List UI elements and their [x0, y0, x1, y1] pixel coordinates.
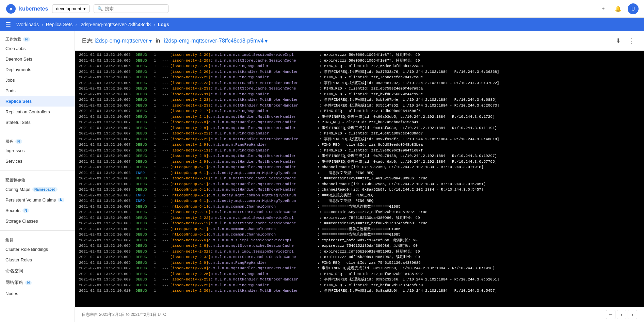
log-level: DEBUG	[133, 238, 154, 243]
config-maps-badge: Namespaced	[32, 187, 58, 192]
log-timestamp: 2021-02-01 13:52:10.607	[79, 159, 133, 165]
add-button[interactable]: +	[598, 3, 609, 14]
log-sep: ---	[162, 97, 169, 103]
sidebar-item-secrets[interactable]: Secrets N	[0, 205, 75, 216]
log-message: : 事件PINGREQ,处理完成[id: 0x37533a76, L:/10.2…	[320, 69, 499, 75]
namespace-selector[interactable]: development ▾	[52, 4, 89, 13]
log-class: c.m.l.n.m.m.PingRegHandler	[211, 108, 320, 114]
sidebar-item-replica-sets[interactable]: Replica Sets	[0, 96, 75, 107]
first-page-button[interactable]: ⊢	[606, 310, 615, 319]
sidebar-item-deployments[interactable]: Deployments	[0, 64, 75, 75]
pod-name-dropdown[interactable]: i2dsp-emg-mqttserver ▾	[95, 38, 152, 44]
more-options-button[interactable]: ⋮	[626, 35, 637, 46]
log-thread: [ntLoopGroup-6-1]	[170, 193, 208, 198]
top-bar-icons: + 🔔 U	[598, 3, 639, 14]
sep-3: ›	[154, 22, 155, 27]
prev-page-button[interactable]: ‹	[617, 310, 626, 319]
log-sep: ---	[162, 176, 169, 181]
sidebar-item-pvc[interactable]: Persistent Volume Claims N	[0, 195, 75, 205]
sidebar-item-cron-jobs[interactable]: Cron Jobs	[0, 43, 75, 54]
log-timestamp: 2021-02-01 13:52:10.609	[79, 265, 133, 271]
log-level: DEBUG	[133, 209, 154, 215]
log-num: 1	[154, 108, 161, 114]
log-sep: ---	[162, 131, 169, 136]
breadcrumb-replica-sets[interactable]: Replica Sets	[46, 22, 73, 27]
log-message: : ===containsKey===zzz_7546152130da43809…	[320, 176, 428, 181]
log-class: c.m.l.n.m.mqttHandler.MqttBrokerHandler	[211, 69, 320, 75]
log-message: : ===消息报文类型: PING_REQ	[317, 193, 373, 198]
sidebar-item-daemon-sets[interactable]: Daemon Sets	[0, 54, 75, 64]
log-num: 1	[154, 58, 161, 64]
sidebar-item-storage-classes[interactable]: Storage Classes	[0, 216, 75, 226]
sidebar-section-cluster: 集群 Cluster Role Bindings Cluster Roles 命…	[0, 232, 75, 302]
log-timestamp: 2021-02-01 13:52:10.607	[79, 114, 133, 120]
log-num: 1	[154, 75, 161, 80]
sidebar-item-stateful-sets[interactable]: Stateful Sets	[0, 117, 75, 128]
avatar[interactable]: U	[628, 3, 639, 14]
log-title: 日志 i2dsp-emg-mqttserver ▾ in i2dsp-emg-m…	[82, 37, 610, 45]
log-timestamp: 2021-02-01 13:52:10.608	[79, 187, 133, 193]
sep-2: ›	[75, 22, 77, 27]
notifications-button[interactable]: 🔔	[613, 3, 624, 14]
top-bar: ⎈ kubernetes development ▾ 🔍 + 🔔 U	[0, 0, 644, 18]
log-level: DEBUG	[133, 254, 154, 260]
sidebar-item-cluster-roles[interactable]: Cluster Roles	[0, 255, 75, 265]
container-name: i2dsp-emg-mqttserver-78ffc48cd8-p5mv4	[164, 38, 263, 44]
log-num: 1	[154, 97, 161, 103]
breadcrumb-pod[interactable]: i2dsp-emg-mqttserver-78ffc48cd8	[80, 22, 151, 27]
sidebar-item-services[interactable]: Services	[0, 156, 75, 166]
sidebar-item-network-policies[interactable]: 网络策略 N	[0, 277, 75, 288]
log-level: DEBUG	[133, 260, 154, 266]
log-sep: ---	[162, 254, 169, 260]
log-line: 2021-02-01 13:52:10.606 DEBUG 1 --- [iss…	[75, 69, 644, 75]
log-line: 2021-02-01 13:52:10.608 DEBUG 1 --- [iss…	[75, 215, 644, 221]
sidebar-item-replication-controllers[interactable]: Replication Controllers	[0, 107, 75, 117]
log-thread: [isson-netty-2-25]	[170, 283, 211, 288]
sidebar-item-cluster-role-bindings[interactable]: Cluster Role Bindings	[0, 244, 75, 255]
sidebar-item-jobs[interactable]: Jobs	[0, 75, 75, 85]
log-num: 1	[154, 114, 161, 120]
log-class: c.m.l.n.m.mqttHandler.MqttBrokerHandler	[208, 159, 317, 165]
sidebar-item-ingresses[interactable]: Ingresses	[0, 145, 75, 156]
container-name-dropdown[interactable]: i2dsp-emg-mqttserver-78ffc48cd8-p5mv4 ▾	[164, 38, 268, 44]
log-sep: ---	[162, 153, 169, 159]
log-message: : expire:zzz_7546152130da4380986, 续期时长: …	[317, 243, 418, 249]
log-sep: ---	[162, 164, 169, 170]
log-terminal[interactable]: 2021-02-01 13:52:10.606 DEBUG 1 --- [iss…	[75, 51, 644, 307]
log-thread: [isson-netty-2-8]	[170, 119, 208, 125]
sidebar-item-namespaces[interactable]: 命名空间	[0, 265, 75, 277]
log-line: 2021-02-01 13:52:10.607 DEBUG 1 --- [iss…	[75, 125, 644, 131]
download-button[interactable]: ⬇	[613, 35, 624, 46]
menu-icon[interactable]: ☰	[5, 21, 11, 28]
log-num: 1	[154, 277, 161, 283]
log-line: 2021-02-01 13:52:10.607 DEBUG 1 --- [iss…	[75, 114, 644, 120]
log-timestamp: 2021-02-01 13:52:10.607	[79, 153, 133, 159]
log-timestamp: 2021-02-01 13:52:10.606	[79, 58, 133, 64]
log-thread: [ntLoopGroup-6-1]	[170, 181, 208, 187]
search-input[interactable]	[105, 6, 159, 11]
log-level: DEBUG	[133, 271, 154, 277]
log-num: 1	[154, 288, 161, 294]
log-level: DEBUG	[133, 119, 154, 125]
log-timestamp: 2021-02-01 13:52:10.606	[79, 103, 133, 109]
log-sep: ---	[162, 277, 169, 283]
log-sep: ---	[162, 136, 169, 142]
log-level: DEBUG	[133, 204, 154, 210]
log-line: 2021-02-01 13:52:10.609 DEBUG 1 --- [iss…	[75, 283, 644, 288]
log-timestamp: 2021-02-01 13:52:10.608	[79, 232, 133, 238]
sidebar-item-nodes[interactable]: Nodes	[0, 288, 75, 299]
log-line: 2021-02-01 13:52:10.608 DEBUG 1 --- [ntL…	[75, 181, 644, 187]
sidebar-item-pods[interactable]: Pods	[0, 85, 75, 96]
sidebar-item-config-maps[interactable]: Config Maps Namespaced	[0, 184, 75, 195]
log-sep: ---	[162, 159, 169, 165]
sidebar-workloads-header: 工作负载 N	[0, 34, 75, 43]
log-timestamp: 2021-02-01 13:52:10.606	[79, 69, 133, 75]
log-sep: ---	[162, 232, 169, 238]
log-sep: ---	[162, 119, 169, 125]
breadcrumb-workloads[interactable]: Workloads	[16, 22, 39, 27]
next-page-button[interactable]: ›	[628, 310, 637, 319]
log-num: 1	[154, 69, 161, 75]
log-timestamp: 2021-02-01 13:52:10.606	[79, 75, 133, 80]
log-thread: [isson-netty-2-8]	[170, 125, 208, 131]
log-message: : 事件PINGREQ,处理完成[id: 0x5c14f852, L:/10.2…	[320, 103, 499, 109]
